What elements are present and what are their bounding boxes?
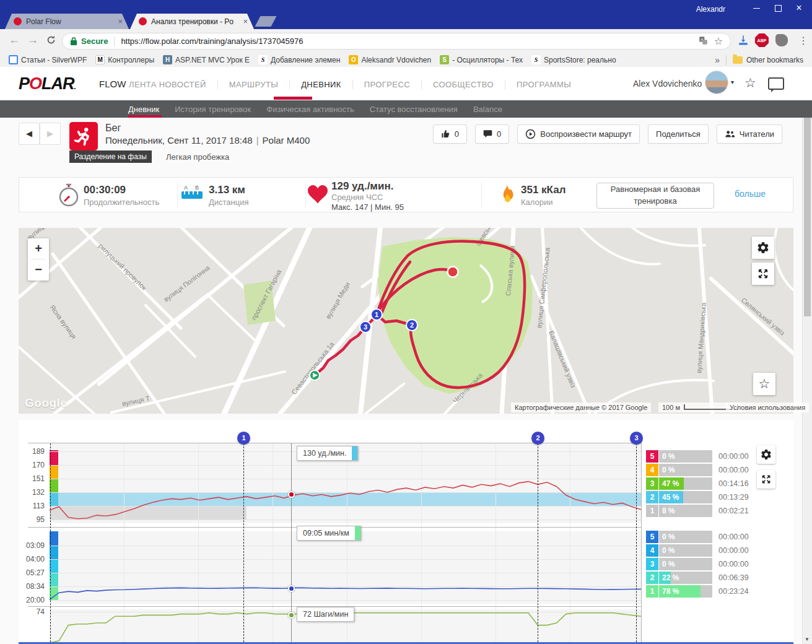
- bookmarks-overflow-icon[interactable]: »: [715, 55, 720, 65]
- bookmark-item[interactable]: SДобавление элемен: [258, 55, 340, 64]
- window-maximize-button[interactable]: [769, 2, 787, 14]
- extension-download-icon[interactable]: [735, 32, 752, 49]
- browser-profile-name[interactable]: Alexandr: [696, 5, 725, 14]
- comment-icon: [483, 129, 492, 139]
- subnav-item-history[interactable]: История тренировок: [175, 105, 251, 114]
- bookmark-item[interactable]: Статьи - SilverWPF: [9, 55, 87, 64]
- chevron-down-icon[interactable]: ▾: [731, 79, 734, 85]
- bookmark-item[interactable]: MКонтроллеры: [95, 55, 154, 64]
- svg-text:3: 3: [364, 323, 367, 331]
- chart-settings-button[interactable]: [757, 445, 775, 464]
- divider: [726, 55, 727, 65]
- google-logo: Google: [25, 396, 67, 410]
- zoom-in-button[interactable]: +: [28, 238, 49, 259]
- readers-button[interactable]: Читатели: [717, 124, 782, 144]
- map-attribution: Картографические данные © 2017 Google: [511, 402, 651, 412]
- back-icon[interactable]: ←: [9, 33, 20, 46]
- tab-close-icon[interactable]: ×: [243, 17, 248, 26]
- browser-menu-icon[interactable]: ⋮: [795, 32, 812, 49]
- active-nav-underline: [274, 97, 312, 100]
- bookmark-favicon: S: [440, 55, 449, 64]
- svg-text:1: 1: [375, 311, 378, 318]
- duration-label: Продолжительность: [84, 198, 159, 207]
- route-map[interactable]: вулиця Сіркрилуцький провулоквулиця Полі…: [19, 228, 793, 414]
- comment-button[interactable]: 0: [475, 124, 509, 144]
- tab-close-icon[interactable]: ×: [118, 17, 123, 26]
- people-icon: [725, 130, 735, 138]
- replay-route-button[interactable]: Воспроизвести маршрут: [517, 124, 640, 144]
- bookmark-item[interactable]: S- Осцилляторы - Тех: [440, 55, 523, 64]
- street-label: Селянський узвіз: [740, 296, 787, 336]
- messages-icon[interactable]: [768, 77, 784, 90]
- route-end-marker: [448, 267, 458, 277]
- training-benefit-button[interactable]: Равномерная и базовая тренировка: [596, 183, 714, 209]
- minimize-icon: [753, 8, 760, 9]
- sub-nav: Дневник История тренировок Физическая ак…: [0, 100, 812, 118]
- bookmark-item[interactable]: HASP.NET MVC Урок Е: [163, 55, 250, 64]
- window-close-button[interactable]: ×: [790, 2, 808, 14]
- nav-item-community[interactable]: СООБЩЕСТВО: [433, 80, 505, 89]
- next-session-button[interactable]: ▶: [40, 123, 61, 145]
- nav-item-feed[interactable]: ЛЕНТА НОВОСТЕЙ: [129, 80, 218, 89]
- bookmark-item[interactable]: OAleksandr Vdovichen: [349, 55, 431, 64]
- extension-adblock-icon[interactable]: ABP6: [753, 32, 771, 49]
- chart-fullscreen-button[interactable]: [757, 470, 775, 489]
- subnav-item-recovery[interactable]: Статус восстановления: [370, 105, 458, 114]
- thumb-up-icon: [441, 129, 450, 139]
- adblock-badge: 6: [766, 43, 771, 49]
- session-datetime: Понедельник, Сент 11, 2017 18:48|Polar M…: [105, 135, 310, 146]
- nav-item-routes[interactable]: МАРШРУТЫ: [229, 80, 290, 89]
- avg-hr-label: Средняя ЧСС: [331, 193, 404, 202]
- url-text[interactable]: https://flow.polar.com/training/analysis…: [121, 37, 692, 46]
- other-bookmarks-button[interactable]: Other bookmarks: [746, 56, 803, 64]
- window-minimize-button[interactable]: [747, 2, 766, 14]
- expand-icon: [761, 474, 772, 485]
- browser-tab-analysis[interactable]: Анализ тренировки - Po ×: [130, 14, 254, 29]
- map-terms-link[interactable]: Условия использования: [726, 402, 809, 412]
- zoom-out-button[interactable]: −: [28, 259, 49, 280]
- map-fullscreen-button[interactable]: [752, 263, 774, 285]
- polar-favicon-icon: [139, 17, 147, 25]
- browser-tab-polar-flow[interactable]: Polar Flow ×: [5, 14, 129, 29]
- divider: [177, 183, 178, 207]
- distance-value: 3.13 км: [209, 184, 249, 196]
- expand-icon: [757, 268, 769, 280]
- bookmark-favicon: [9, 55, 18, 64]
- distance-label: Дистанция: [209, 198, 249, 207]
- map-settings-button[interactable]: [752, 237, 774, 259]
- nav-item-diary[interactable]: ДНЕВНИК: [301, 80, 353, 89]
- map-favorite-star-button[interactable]: ☆: [753, 373, 775, 395]
- share-button[interactable]: Поделиться: [648, 124, 709, 144]
- bookmark-favicon: M: [95, 55, 105, 64]
- translate-icon[interactable]: A: [699, 36, 708, 47]
- bookmark-favicon: S: [258, 55, 268, 64]
- summary-stats-bar: 00:30:09 Продолжительность АВ 3.13 км Ди…: [19, 177, 793, 212]
- favorites-star-icon[interactable]: ☆: [744, 76, 756, 90]
- user-name[interactable]: Alex Vdovichenko: [633, 79, 702, 89]
- avatar[interactable]: [705, 71, 728, 94]
- bookmark-item[interactable]: SSportsStore: реально: [531, 55, 616, 64]
- map-zoom-control[interactable]: + −: [28, 238, 49, 281]
- address-bar[interactable]: Secure https://flow.polar.com/training/a…: [62, 33, 731, 50]
- flow-label[interactable]: FLOW: [99, 79, 126, 89]
- polar-logo[interactable]: POLAR.: [19, 74, 76, 94]
- nav-item-programs[interactable]: ПРОГРАММЫ: [517, 80, 582, 89]
- extension-evernote-icon[interactable]: [773, 32, 790, 49]
- subnav-item-diary[interactable]: Дневник: [128, 105, 159, 114]
- forward-icon[interactable]: →: [27, 33, 38, 46]
- previous-session-button[interactable]: ◀: [19, 123, 40, 145]
- reload-icon[interactable]: [46, 35, 56, 48]
- more-link[interactable]: больше: [735, 189, 766, 199]
- running-sport-icon: [69, 122, 98, 150]
- phase-split-badge: Разделение на фазы: [69, 150, 152, 163]
- subnav-item-activity[interactable]: Физическая активность: [266, 105, 354, 114]
- calories-label: Калории: [521, 198, 565, 207]
- subnav-item-balance[interactable]: Balance: [473, 105, 502, 114]
- gear-icon: [756, 241, 770, 255]
- bookmark-star-icon[interactable]: ☆: [714, 35, 723, 47]
- scrollbar-down-icon[interactable]: ▼: [802, 637, 812, 642]
- like-button[interactable]: 0: [433, 124, 467, 144]
- nav-item-progress[interactable]: ПРОГРЕСС: [364, 80, 422, 89]
- heart-icon: [308, 185, 328, 206]
- calories-value: 351 кКал: [521, 184, 565, 196]
